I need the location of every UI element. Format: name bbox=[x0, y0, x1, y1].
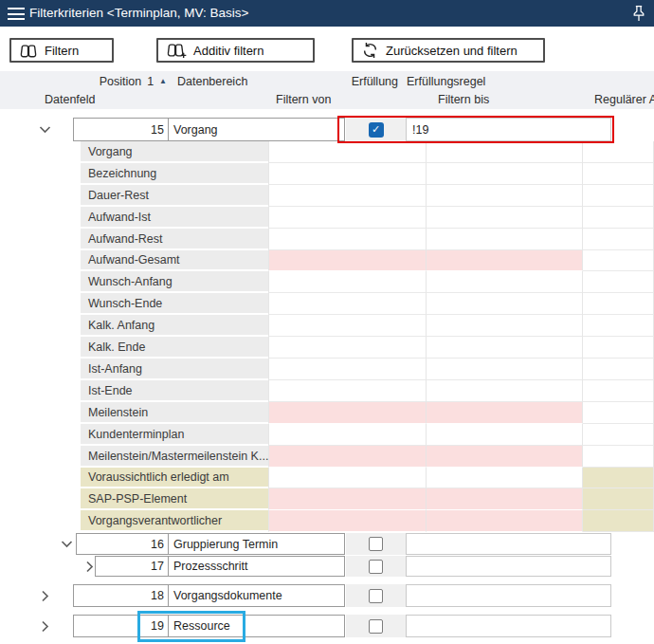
filter-von-cell[interactable] bbox=[268, 337, 427, 359]
regex-cell[interactable] bbox=[583, 380, 654, 402]
filter-bis-cell[interactable] bbox=[427, 510, 583, 532]
regex-cell[interactable] bbox=[583, 468, 654, 488]
filter-von-cell[interactable] bbox=[268, 424, 427, 446]
position-cell[interactable]: 17 bbox=[95, 556, 169, 577]
datenbereich-cell[interactable]: Prozessschritt bbox=[168, 556, 345, 577]
regex-cell[interactable] bbox=[583, 488, 654, 510]
position-cell[interactable]: 19 bbox=[73, 615, 169, 637]
expand-chevron-icon[interactable] bbox=[38, 615, 51, 637]
filter-von-cell[interactable] bbox=[268, 315, 427, 337]
filter-bis-cell[interactable] bbox=[427, 402, 583, 424]
filter-von-cell[interactable] bbox=[268, 510, 427, 532]
filter-bis-cell[interactable] bbox=[427, 380, 583, 402]
filter-von-cell[interactable] bbox=[268, 163, 427, 185]
filter-bis-cell[interactable] bbox=[427, 468, 583, 488]
filter-von-cell[interactable] bbox=[268, 229, 427, 250]
position-cell[interactable]: 16 bbox=[76, 533, 169, 555]
regex-cell[interactable] bbox=[583, 141, 654, 163]
filter-von-cell[interactable] bbox=[268, 141, 427, 163]
position-header-label: Position bbox=[100, 72, 141, 91]
erfuellung-cell bbox=[346, 533, 406, 555]
filter-von-cell[interactable] bbox=[268, 359, 427, 380]
erfuellung-checkbox[interactable]: ✓ bbox=[369, 122, 384, 138]
filter-bis-cell[interactable] bbox=[427, 424, 583, 446]
filter-bis-cell[interactable] bbox=[427, 359, 583, 380]
filter-von-cell[interactable] bbox=[268, 468, 427, 488]
regex-cell[interactable] bbox=[583, 207, 654, 229]
filter-bis-cell[interactable] bbox=[427, 446, 583, 468]
filter-bis-cell[interactable] bbox=[427, 141, 583, 163]
datenbereich-cell[interactable]: Vorgang bbox=[168, 118, 345, 141]
column-header-position[interactable]: Position 1 ▲ bbox=[0, 72, 169, 91]
additiv-filtern-button[interactable]: Additiv filtern bbox=[156, 38, 315, 63]
filter-bis-cell[interactable] bbox=[427, 229, 583, 250]
position-cell[interactable]: 15 bbox=[73, 118, 169, 141]
filter-bis-cell[interactable] bbox=[427, 315, 583, 337]
erfuellung-checkbox[interactable] bbox=[369, 537, 383, 551]
erfuellung-checkbox[interactable] bbox=[369, 560, 383, 574]
filter-von-cell[interactable] bbox=[268, 293, 427, 315]
regex-cell[interactable] bbox=[583, 337, 654, 359]
datenbereich-cell[interactable]: Gruppierung Termin bbox=[168, 533, 345, 555]
filter-bis-cell[interactable] bbox=[427, 271, 583, 293]
erfuellungsregel-cell[interactable] bbox=[406, 584, 611, 607]
erfuellung-checkbox[interactable] bbox=[369, 589, 383, 603]
filter-von-cell[interactable] bbox=[268, 402, 427, 424]
position-cell[interactable]: 18 bbox=[73, 584, 169, 607]
regex-cell[interactable] bbox=[583, 424, 654, 446]
column-header-erfuellungsregel[interactable]: Erfüllungsregel bbox=[407, 72, 485, 91]
erfuellung-checkbox[interactable] bbox=[369, 619, 383, 634]
column-header-datenbereich[interactable]: Datenbereich bbox=[177, 72, 247, 91]
datenfeld-label: Kalk. Anfang bbox=[81, 315, 268, 337]
erfuellungsregel-cell[interactable] bbox=[406, 533, 611, 555]
window-title: Filterkriterien <Terminplan, MV: Basis> bbox=[29, 0, 248, 27]
erfuellung-cell bbox=[346, 615, 406, 637]
column-header-erfuellung[interactable]: Erfüllung bbox=[322, 72, 398, 91]
filtern-button[interactable]: Filtern bbox=[9, 38, 114, 63]
reset-and-filter-button[interactable]: Zurücksetzen und filtern bbox=[352, 38, 545, 63]
filter-bis-cell[interactable] bbox=[427, 185, 583, 207]
erfuellungsregel-cell[interactable] bbox=[406, 615, 611, 637]
regex-cell[interactable] bbox=[583, 163, 654, 185]
expand-chevron-icon[interactable] bbox=[82, 556, 96, 577]
datenfeld-label: Vorgang bbox=[81, 141, 268, 163]
hamburger-menu-icon[interactable] bbox=[8, 8, 25, 20]
expand-chevron-icon[interactable] bbox=[38, 584, 51, 607]
regex-cell[interactable] bbox=[583, 510, 654, 532]
regex-cell[interactable] bbox=[583, 293, 654, 315]
filter-bis-cell[interactable] bbox=[427, 163, 583, 185]
filter-von-cell[interactable] bbox=[268, 271, 427, 293]
erfuellung-cell bbox=[346, 556, 406, 577]
datenbereich-cell[interactable]: Vorgangsdokumente bbox=[168, 584, 345, 607]
filter-bis-cell[interactable] bbox=[427, 207, 583, 229]
filter-bis-cell[interactable] bbox=[427, 250, 583, 271]
filter-von-cell[interactable] bbox=[268, 185, 427, 207]
filter-von-cell[interactable] bbox=[268, 488, 427, 510]
pin-icon[interactable] bbox=[632, 5, 645, 22]
regex-cell[interactable] bbox=[583, 229, 654, 250]
datenbereich-cell[interactable]: Ressource bbox=[168, 615, 345, 637]
regex-cell[interactable] bbox=[583, 359, 654, 380]
filter-bis-cell[interactable] bbox=[427, 293, 583, 315]
filter-von-cell[interactable] bbox=[268, 446, 427, 468]
regex-cell[interactable] bbox=[583, 250, 654, 271]
erfuellungsregel-cell[interactable]: !19 bbox=[406, 118, 611, 141]
column-header-filtern-von[interactable]: Filtern von bbox=[276, 90, 331, 109]
collapse-chevron-icon[interactable] bbox=[60, 533, 73, 555]
erfuellungsregel-cell[interactable] bbox=[406, 556, 611, 577]
filter-bis-cell[interactable] bbox=[427, 488, 583, 510]
filter-von-cell[interactable] bbox=[268, 207, 427, 229]
column-header-filtern-bis[interactable]: Filtern bis bbox=[438, 90, 489, 109]
filter-bis-cell[interactable] bbox=[427, 337, 583, 359]
column-header-datenfeld[interactable]: Datenfeld bbox=[45, 90, 96, 109]
regex-cell[interactable] bbox=[583, 271, 654, 293]
column-header-regulaerer-ausdruck[interactable]: Regulärer A... bbox=[594, 90, 654, 109]
regex-cell[interactable] bbox=[583, 315, 654, 337]
collapse-chevron-icon[interactable] bbox=[38, 118, 51, 141]
filter-von-cell[interactable] bbox=[268, 250, 427, 271]
regex-cell[interactable] bbox=[583, 402, 654, 424]
regex-cell[interactable] bbox=[583, 185, 654, 207]
sort-order-number: 1 bbox=[147, 72, 154, 91]
filter-von-cell[interactable] bbox=[268, 380, 427, 402]
regex-cell[interactable] bbox=[583, 446, 654, 468]
